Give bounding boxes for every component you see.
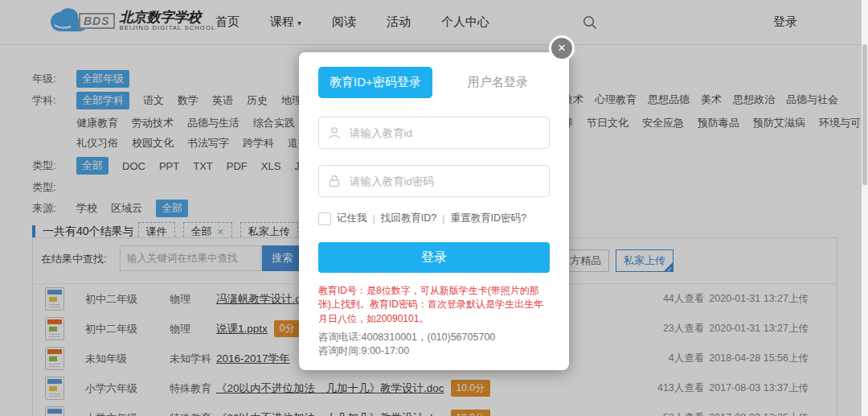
login-modal: ✕ 教育ID+密码登录 用户名登录 记住我 | 找回教育ID? | 重置教育ID… (299, 52, 569, 370)
consult-hours-text: 咨询时间:9:00-17:00 (318, 344, 409, 358)
login-submit-button[interactable]: 登录 (318, 242, 550, 273)
close-icon[interactable]: ✕ (549, 35, 575, 61)
eduid-input[interactable] (348, 126, 541, 140)
scrollbar-thumb[interactable] (862, 44, 867, 185)
remember-row: 记住我 | 找回教育ID? | 重置教育ID密码? (318, 212, 526, 225)
separator: | (442, 213, 444, 224)
login-tabs: 教育ID+密码登录 用户名登录 (318, 67, 528, 98)
remember-label: 记住我 (337, 212, 367, 225)
eduid-field-wrap (318, 117, 550, 149)
tab-username-login[interactable]: 用户名登录 (468, 75, 528, 90)
reset-password-link[interactable]: 重置教育ID密码? (450, 212, 526, 225)
separator: | (373, 213, 375, 224)
tab-eduid-login[interactable]: 教育ID+密码登录 (318, 67, 432, 98)
password-input[interactable] (348, 175, 541, 188)
eduid-notice-text: 教育ID号：是8位数字，可从新版学生卡(带照片的那张)上找到。教育ID密码：首次… (318, 284, 551, 326)
find-eduid-link[interactable]: 找回教育ID? (381, 212, 436, 225)
remember-checkbox[interactable] (318, 212, 331, 225)
lock-icon (327, 174, 342, 188)
user-icon (327, 126, 342, 140)
password-field-wrap (318, 165, 550, 197)
page-scrollbar[interactable] (862, 0, 868, 416)
consult-phone-text: 咨询电话:4008310001，(010)56705700 (318, 331, 495, 344)
